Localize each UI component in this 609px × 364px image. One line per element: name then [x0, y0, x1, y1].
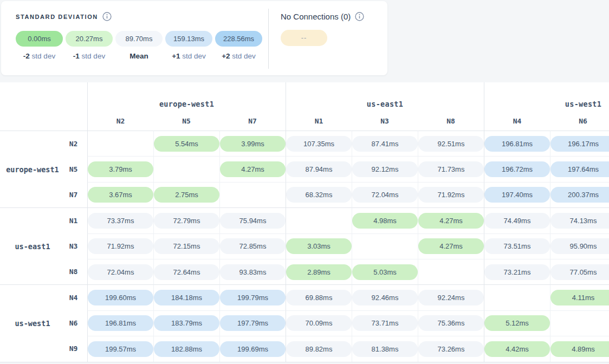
- legend-pill: 89.70ms: [115, 31, 163, 47]
- cell-n9-to-n3: 81.38ms: [352, 336, 418, 361]
- cell-n6-to-n3: 73.71ms: [352, 310, 418, 336]
- cell-self-N5: [153, 156, 219, 181]
- info-icon[interactable]: [355, 12, 364, 21]
- latency-pill[interactable]: 182.88ms: [154, 341, 219, 357]
- latency-pill[interactable]: 92.46ms: [352, 290, 418, 306]
- latency-pill[interactable]: 4.98ms: [352, 213, 418, 229]
- row-node-label: N4: [60, 284, 87, 310]
- cell-n6-to-n2: 196.81ms: [87, 310, 153, 336]
- latency-pill[interactable]: 71.92ms: [88, 238, 153, 254]
- latency-pill[interactable]: 71.92ms: [418, 187, 484, 203]
- latency-pill[interactable]: 4.11ms: [550, 290, 609, 306]
- cell-n8-to-n1: 2.89ms: [286, 259, 352, 284]
- cell-n3-to-n7: 72.85ms: [219, 233, 286, 259]
- latency-pill[interactable]: 95.90ms: [550, 238, 609, 254]
- latency-pill[interactable]: 2.75ms: [154, 187, 219, 203]
- latency-pill[interactable]: 75.36ms: [418, 315, 484, 331]
- latency-pill[interactable]: 73.37ms: [88, 213, 153, 229]
- col-node-label: N8: [418, 113, 484, 131]
- latency-pill[interactable]: 196.81ms: [484, 136, 550, 152]
- col-node-label: N6: [550, 113, 609, 131]
- latency-pill[interactable]: 3.79ms: [88, 161, 153, 177]
- row-node-label: N1: [60, 207, 87, 233]
- latency-pill[interactable]: 4.27ms: [418, 238, 484, 254]
- latency-pill[interactable]: 74.13ms: [550, 213, 609, 229]
- latency-pill[interactable]: 87.41ms: [352, 136, 418, 152]
- cell-n4-to-n7: 199.79ms: [219, 284, 286, 310]
- row-node-label: N3: [60, 233, 87, 259]
- cell-n6-to-n1: 70.09ms: [286, 310, 352, 336]
- cell-n1-to-n8: 4.27ms: [418, 207, 484, 233]
- latency-pill[interactable]: 87.94ms: [286, 161, 352, 177]
- latency-pill[interactable]: 107.35ms: [286, 136, 352, 152]
- latency-pill[interactable]: 4.89ms: [550, 341, 609, 357]
- latency-pill[interactable]: 196.17ms: [550, 136, 609, 152]
- latency-pill[interactable]: 5.03ms: [352, 264, 418, 280]
- latency-pill[interactable]: 71.73ms: [418, 161, 484, 177]
- latency-pill[interactable]: 93.83ms: [220, 264, 286, 280]
- latency-pill[interactable]: 3.03ms: [286, 238, 352, 254]
- latency-pill[interactable]: 2.89ms: [286, 264, 352, 280]
- latency-pill[interactable]: 4.27ms: [220, 161, 286, 177]
- latency-pill[interactable]: 77.05ms: [550, 264, 609, 280]
- cell-n3-to-n5: 72.15ms: [153, 233, 219, 259]
- latency-matrix: europe-west1N2N5N7us-east1N1N3N8us-west1…: [0, 82, 609, 362]
- no-connections-legend: No Connections (0) --: [269, 1, 364, 75]
- col-node-label: N2: [87, 113, 153, 131]
- latency-pill[interactable]: 199.79ms: [220, 290, 286, 306]
- latency-pill[interactable]: 199.69ms: [220, 341, 286, 357]
- latency-pill[interactable]: 4.27ms: [418, 213, 484, 229]
- latency-pill[interactable]: 196.81ms: [88, 315, 153, 331]
- row-region-label: us-east1: [0, 207, 60, 284]
- latency-pill[interactable]: 199.60ms: [88, 290, 153, 306]
- latency-pill[interactable]: 197.40ms: [484, 187, 550, 203]
- latency-pill[interactable]: 184.18ms: [154, 290, 219, 306]
- cell-n8-to-n2: 72.04ms: [87, 259, 153, 284]
- latency-pill[interactable]: 72.79ms: [154, 213, 219, 229]
- latency-pill[interactable]: 89.82ms: [286, 341, 352, 357]
- latency-pill[interactable]: 68.32ms: [286, 187, 352, 203]
- info-icon: [355, 12, 364, 21]
- latency-pill[interactable]: 74.49ms: [484, 213, 550, 229]
- latency-pill[interactable]: 75.94ms: [220, 213, 286, 229]
- cell-n4-to-n3: 92.46ms: [352, 284, 418, 310]
- latency-pill[interactable]: 72.85ms: [220, 238, 286, 254]
- cell-n1-to-n6: 74.13ms: [550, 207, 609, 233]
- col-node-label: N3: [352, 113, 418, 131]
- latency-pill[interactable]: 3.67ms: [88, 187, 153, 203]
- latency-pill[interactable]: 81.38ms: [352, 341, 418, 357]
- latency-pill[interactable]: 197.64ms: [550, 161, 609, 177]
- latency-pill[interactable]: 73.26ms: [418, 341, 484, 357]
- latency-pill[interactable]: 5.54ms: [154, 136, 219, 152]
- latency-pill[interactable]: 4.42ms: [484, 341, 550, 357]
- cell-n4-to-n2: 199.60ms: [87, 284, 153, 310]
- latency-pill[interactable]: 92.24ms: [418, 290, 484, 306]
- latency-pill[interactable]: 72.15ms: [154, 238, 219, 254]
- latency-pill[interactable]: 73.71ms: [352, 315, 418, 331]
- latency-pill[interactable]: 73.21ms: [484, 264, 550, 280]
- latency-pill[interactable]: 72.04ms: [352, 187, 418, 203]
- latency-pill[interactable]: 92.51ms: [418, 136, 484, 152]
- cell-n2-to-n4: 196.81ms: [484, 131, 550, 156]
- cell-self-N8: [418, 259, 484, 284]
- cell-n8-to-n5: 72.64ms: [153, 259, 219, 284]
- legend-card: STANDARD DEVIATION 0.00ms-2 std dev20.27…: [1, 1, 387, 75]
- latency-pill[interactable]: 5.12ms: [484, 315, 550, 331]
- latency-pill[interactable]: 69.88ms: [286, 290, 352, 306]
- latency-pill[interactable]: 196.72ms: [484, 161, 550, 177]
- cell-n4-to-n6: 4.11ms: [550, 284, 609, 310]
- latency-pill[interactable]: 72.04ms: [88, 264, 153, 280]
- latency-pill[interactable]: 92.12ms: [352, 161, 418, 177]
- latency-pill[interactable]: 197.79ms: [220, 315, 286, 331]
- latency-pill[interactable]: 72.64ms: [154, 264, 219, 280]
- latency-pill[interactable]: 70.09ms: [286, 315, 352, 331]
- no-connections-pill: --: [281, 30, 327, 46]
- info-icon[interactable]: [102, 12, 112, 21]
- row-node-label: N9: [60, 336, 87, 361]
- latency-pill[interactable]: 199.57ms: [88, 341, 153, 357]
- latency-pill[interactable]: 3.99ms: [220, 136, 286, 152]
- latency-pill[interactable]: 200.37ms: [550, 187, 609, 203]
- latency-pill[interactable]: 183.79ms: [154, 315, 219, 331]
- no-connections-label: No Connections (0): [281, 12, 351, 21]
- latency-pill[interactable]: 73.51ms: [484, 238, 550, 254]
